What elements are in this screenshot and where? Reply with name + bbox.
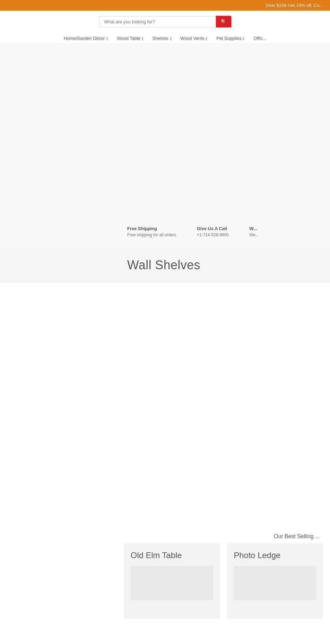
info-third: W... We...: [249, 226, 259, 237]
header: 🔍 Home/Garden Décor ❮ Wood Table ❮ Shelv…: [0, 11, 330, 44]
product-card-title-0: Old Elm Table: [131, 550, 213, 561]
spacer-1: [0, 619, 330, 639]
info-call: Give Us A Call +1-714-528-9900: [197, 226, 229, 237]
info-free-shipping-title: Free Shipping: [127, 226, 176, 231]
info-free-shipping: Free Shipping Free shipping for all orde…: [127, 226, 176, 237]
main-nav: Home/Garden Décor ❮ Wood Table ❮ Shelves…: [7, 31, 323, 44]
product-card-0[interactable]: Old Elm Table: [124, 543, 220, 619]
top-banner: Over $159 Get 10% off, Co...: [0, 0, 330, 11]
product-card-title-1: Photo Ledge: [234, 550, 316, 561]
nav-item-pet-supplies[interactable]: Pet Supplies ❮: [212, 33, 249, 44]
product-cards-row: Old Elm Table Photo Ledge ...: [0, 543, 330, 619]
hero-section: [0, 44, 330, 216]
feature-row: Feature...: [0, 639, 330, 644]
info-third-title: W...: [249, 226, 259, 231]
product-card-1[interactable]: Photo Ledge: [227, 543, 323, 619]
nav-item-shelves[interactable]: Shelves ❮: [148, 33, 176, 44]
banner-text: Over $159 Get 10% off, Co...: [266, 3, 323, 8]
nav-arrow-wood-table: ❮: [141, 37, 144, 40]
best-selling-row: Our Best Selling ...: [0, 523, 330, 543]
search-row: 🔍: [7, 16, 323, 27]
category-banner: Wall Shelves: [0, 248, 330, 283]
nav-item-office[interactable]: Offic...: [249, 33, 270, 44]
search-input[interactable]: [99, 16, 216, 27]
nav-arrow-pet-supplies: ❮: [242, 37, 245, 40]
product-card-img-0: [131, 566, 213, 600]
nav-arrow-shelves: ❮: [169, 37, 172, 40]
nav-item-wood-vents[interactable]: Wood Vents ❮: [176, 33, 212, 44]
info-free-shipping-sub: Free shipping for all orders: [127, 233, 176, 237]
best-selling-label: Our Best Selling ...: [274, 533, 320, 540]
category-title: Wall Shelves: [127, 258, 320, 272]
nav-arrow-wood-vents: ❮: [205, 37, 208, 40]
info-third-sub: We...: [249, 233, 259, 237]
info-call-sub: +1-714-528-9900: [197, 233, 229, 237]
info-bar: Free Shipping Free shipping for all orde…: [0, 216, 330, 248]
info-call-title: Give Us A Call: [197, 226, 229, 231]
product-card-img-1: [234, 566, 316, 600]
nav-item-wood-table[interactable]: Wood Table ❮: [113, 33, 148, 44]
nav-item-home-garden[interactable]: Home/Garden Décor ❮: [59, 33, 113, 44]
products-area: [0, 283, 330, 523]
nav-arrow-home-garden: ❮: [106, 37, 109, 40]
search-button[interactable]: 🔍: [216, 16, 231, 27]
